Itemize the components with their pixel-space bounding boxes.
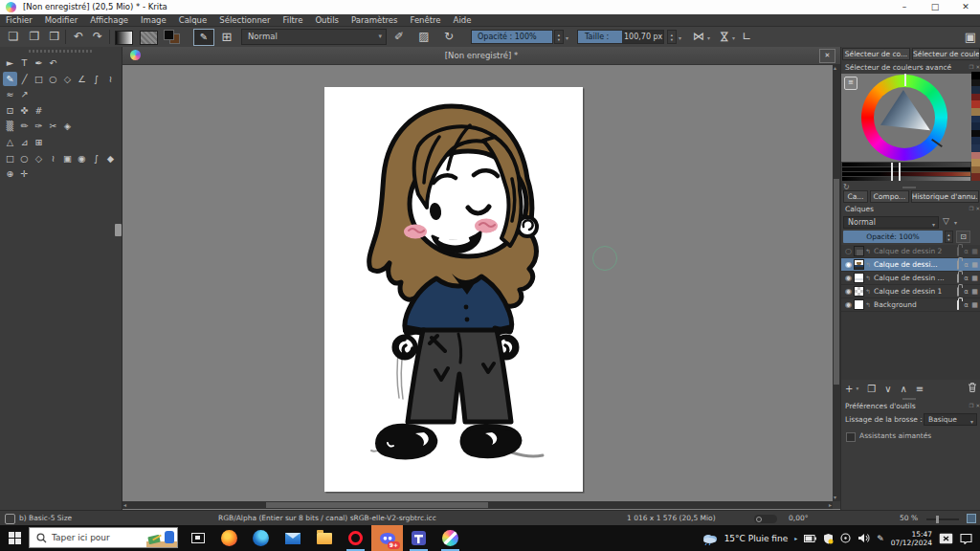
inherit-alpha-icon[interactable]: α — [962, 261, 970, 269]
chevron-down-icon[interactable]: ▾ — [954, 219, 957, 226]
visibility-toggle[interactable]: ◉ — [843, 300, 854, 309]
color-history-swatch[interactable] — [971, 159, 980, 166]
tool-move[interactable]: ✜ — [17, 103, 32, 118]
security-shield-icon[interactable] — [823, 533, 834, 544]
update-status-icon[interactable] — [840, 533, 851, 543]
horizontal-scrollbar-thumb[interactable] — [266, 502, 488, 508]
canvas-rotation-value[interactable]: 0,00° — [789, 511, 808, 526]
gradient-chooser[interactable] — [115, 31, 133, 45]
eraser-mode-button[interactable]: ✐ — [389, 27, 410, 47]
open-document-icon[interactable]: ❐ — [27, 27, 42, 47]
opacity-spinner[interactable]: ▴▾ — [554, 30, 564, 44]
menu-fichier[interactable]: Fichier — [6, 14, 33, 26]
tool-freehand-path[interactable]: ≀ — [103, 72, 118, 86]
taskbar-clock[interactable]: 15:47 07/12/2024 — [891, 530, 932, 547]
delete-layer-button[interactable] — [968, 382, 977, 395]
tool-line[interactable]: ╱ — [17, 72, 32, 86]
tool-select-shapes[interactable]: ► — [3, 55, 17, 70]
brush-smoothing-dropdown[interactable]: Basique ▾ — [924, 413, 977, 426]
docker-resize-handle[interactable] — [902, 187, 916, 188]
snap-assistants-checkbox[interactable] — [846, 432, 856, 442]
layer-opacity-spinner[interactable]: ▴▾ — [945, 231, 953, 243]
color-history-swatch[interactable] — [971, 122, 980, 130]
taskbar-teams[interactable] — [403, 525, 434, 551]
color-history-swatch[interactable] — [971, 130, 980, 138]
tool-fill[interactable]: ◈ — [60, 119, 75, 133]
color-history-swatch[interactable] — [971, 144, 980, 152]
collapsed-docker-tab[interactable] — [115, 224, 122, 236]
visibility-toggle[interactable]: ◉ — [843, 260, 854, 269]
layer-name[interactable]: Background — [872, 300, 953, 309]
mirror-vertical-icon[interactable]: ⋈ — [714, 30, 734, 45]
taskbar-task-view[interactable] — [182, 525, 213, 551]
vertical-scrollbar-thumb[interactable] — [834, 179, 839, 385]
taskbar-firefox[interactable] — [213, 525, 245, 551]
opacity-slider[interactable]: Opacité : 100% — [471, 30, 553, 44]
alpha-lock-icon[interactable]: ▦ — [970, 261, 979, 269]
foreground-color-swatch[interactable] — [164, 30, 174, 40]
zoom-slider-thumb[interactable] — [936, 516, 939, 523]
docker-float-close-icons[interactable]: ❐✕ — [969, 204, 980, 214]
tool-calligraphy[interactable]: ↶ — [46, 55, 60, 70]
visibility-toggle[interactable]: ◉ — [843, 274, 854, 282]
advanced-color-selector-header[interactable]: Sélecteur de couleurs avancé ❐✕ — [841, 62, 980, 73]
layer-options-button[interactable]: ⊡ — [956, 231, 970, 243]
new-document-icon[interactable]: ❏ — [6, 27, 21, 47]
color-history-swatch[interactable] — [971, 94, 980, 101]
scroll-right-icon[interactable]: ▸ — [829, 501, 832, 509]
pen-input-icon[interactable]: ✎ — [877, 534, 884, 543]
alpha-lock-icon[interactable]: ▦ — [970, 288, 979, 296]
tool-crop[interactable]: # — [32, 103, 46, 118]
color-slider-bar[interactable] — [842, 163, 970, 166]
tab-selector-wide[interactable]: Sélecteur de coule... — [912, 48, 980, 60]
color-history-swatch[interactable] — [971, 100, 980, 108]
tool-reference-images[interactable]: ⊞ — [32, 135, 46, 149]
alpha-lock-icon[interactable]: ▦ — [970, 248, 979, 255]
alpha-lock-icon[interactable]: ▦ — [970, 275, 979, 282]
tool-rectangle[interactable]: □ — [32, 72, 46, 86]
tool-options-docker-header[interactable]: Préférences d'outils ❐✕ — [841, 401, 980, 411]
inherit-alpha-icon[interactable]: α — [962, 301, 970, 309]
move-layer-down-button[interactable]: ∨ — [884, 384, 891, 394]
taskbar-edge[interactable] — [245, 525, 277, 551]
visibility-toggle[interactable]: ○ — [843, 247, 854, 255]
layer-opacity-slider[interactable]: Opacité: 100% — [843, 231, 943, 243]
scroll-left-icon[interactable]: ◂ — [123, 501, 126, 509]
chevron-down-icon[interactable]: ▾ — [732, 34, 735, 41]
layer-thumbnail[interactable] — [854, 273, 864, 283]
scroll-down-icon[interactable]: ▾ — [834, 494, 836, 501]
taskbar-opera[interactable] — [340, 525, 371, 551]
tool-select-bezier[interactable]: ∫ — [89, 151, 103, 165]
redo-icon[interactable]: ↷ — [90, 27, 105, 47]
layer-name[interactable]: Calque de dessin ... — [872, 274, 953, 282]
workspace-chooser-icon[interactable]: ▣ — [963, 27, 978, 47]
layer-thumbnail[interactable] — [854, 286, 864, 297]
menu-filtre[interactable]: Filtre — [283, 14, 303, 26]
save-document-icon[interactable]: ❒ — [47, 27, 62, 47]
weather-text[interactable]: 15°C Pluie fine — [724, 534, 789, 543]
layer-row[interactable]: ○↰Calque de dessin 2α▦ — [841, 245, 980, 258]
menu-modifier[interactable]: Modifier — [45, 14, 78, 26]
color-history-swatch[interactable] — [971, 108, 980, 116]
tool-pan[interactable]: ✛ — [17, 166, 32, 181]
menu-parametres[interactable]: Paramètres — [351, 14, 397, 26]
docker-float-close-icons[interactable]: ❐✕ — [969, 401, 980, 411]
lock-icon[interactable] — [953, 288, 962, 296]
color-slider-bar[interactable] — [842, 177, 970, 181]
minimize-button[interactable]: – — [890, 0, 919, 14]
selection-mode-icon[interactable] — [5, 514, 15, 524]
tool-bezier[interactable]: ∫ — [89, 72, 103, 86]
inherit-alpha-icon[interactable]: α — [962, 288, 970, 296]
color-history-swatch[interactable] — [971, 173, 980, 181]
tool-select-elliptical[interactable]: ○ — [17, 151, 32, 165]
foreground-background-colors[interactable] — [164, 30, 180, 44]
layers-docker-header[interactable]: Calques ❐✕ — [841, 204, 980, 214]
taskbar-discord[interactable]: 9+ — [371, 525, 403, 551]
tab-compo[interactable]: Compo... — [870, 190, 909, 203]
tool-measure[interactable]: ⊿ — [17, 135, 32, 149]
layer-name[interactable]: Calque de dessin 2 — [872, 247, 953, 255]
brush-editor-button[interactable]: ✎ — [193, 29, 214, 46]
menu-fenetre[interactable]: Fenêtre — [410, 14, 440, 26]
canvas-rotation-reset[interactable] — [754, 515, 777, 523]
inherit-alpha-icon[interactable]: α — [962, 275, 970, 282]
